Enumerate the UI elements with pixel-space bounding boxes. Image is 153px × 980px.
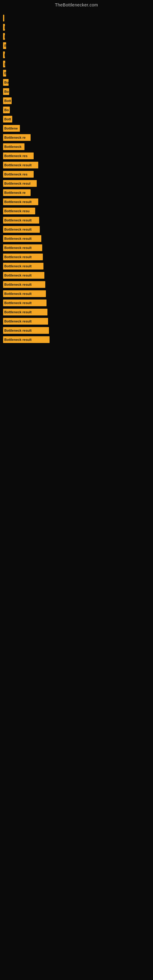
bottleneck-bar: Bottleneck res [3,153,33,159]
bottleneck-bar: Bott [3,97,12,104]
bar-row: Bottleneck result [3,327,150,334]
bottleneck-bar: Bottleneck result [3,263,43,269]
bar-label: Bottleneck result [4,246,32,250]
bottleneck-bar: Bottleneck res [3,171,33,178]
site-title-bar: TheBottlenecker.com [0,0,153,9]
bottleneck-bar: | [3,33,5,40]
bottleneck-bar: Bott [3,116,12,123]
bar-label: Bottleneck result [4,329,32,332]
bar-label: Bott [4,99,11,103]
bar-row: Bottleneck result [3,318,150,325]
bar-row: Bo [3,88,150,95]
bar-row: Bottleneck result [3,336,150,343]
bar-label: | [4,25,5,29]
bar-row: Bottleneck result [3,226,150,233]
bottleneck-bar: Bottleneck result [3,327,49,334]
bottleneck-bar: Bottleneck re [3,134,30,141]
bar-row: Bottleneck re [3,134,150,141]
bar-row: B [3,70,150,76]
bottleneck-bar: Bottleneck re [3,189,30,196]
bar-label: Bottleneck re [4,191,26,194]
bottleneck-bar: Bottleneck result [3,235,41,242]
bottleneck-bar: Bottleneck result [3,162,38,169]
bar-label: Bott [4,117,11,121]
bar-label: Bottleneck result [4,255,32,259]
bar-row: Bottleneck result [3,290,150,297]
bar-label: Bottleneck res [4,172,27,176]
bar-row: Bottleneck resu [3,208,150,215]
bottleneck-bar: Bottleneck resu [3,208,35,215]
bar-label: Bottlene [4,126,18,130]
bar-row: | [3,60,150,67]
bar-row: Bottleneck re [3,189,150,196]
bar-row: Bottleneck result [3,263,150,269]
bar-row: Bottleneck result [3,244,150,251]
bar-row: | [3,15,150,21]
bottleneck-bar: Bottleneck result [3,226,40,233]
bottleneck-bar: | [3,24,5,30]
bar-label: Bo [4,81,9,84]
bar-row: Bottleneck result [3,235,150,242]
bar-label: Bo [4,108,9,112]
bottleneck-bar: Bottleneck result [3,318,48,325]
bar-label: B [4,44,6,48]
bar-row: Bottleneck result [3,272,150,279]
bottleneck-bar: Bottleneck resul [3,180,37,187]
bar-row: Bottleneck res [3,153,150,159]
bottleneck-bar: Bottleneck [3,143,24,150]
bar-label: Bo [4,90,9,94]
bar-label: Bottleneck result [4,338,32,342]
bar-row: | [3,24,150,30]
bar-row: Bottleneck result [3,299,150,306]
bar-label: Bottleneck result [4,264,32,268]
bottleneck-bar: | [3,15,4,21]
bar-label: Bottleneck result [4,301,32,305]
bottleneck-bar: Bottleneck result [3,336,49,343]
bar-label: | [4,35,5,38]
bar-row: Bottleneck [3,143,150,150]
bottleneck-bar: Bottleneck result [3,199,38,205]
bars-container: |||B||BBoBoBottBoBottBottleneBottleneck … [0,9,153,348]
bar-row: Bottleneck result [3,281,150,288]
bar-row: Bottleneck result [3,254,150,260]
bottleneck-bar: B [3,42,6,49]
bar-label: | [4,53,5,57]
bottleneck-bar: | [3,60,5,67]
bar-label: | [4,62,5,66]
bar-label: Bottleneck result [4,163,32,167]
bar-row: | [3,51,150,58]
bar-row: Bott [3,116,150,123]
bottleneck-bar: Bo [3,88,9,95]
bottleneck-bar: Bottleneck result [3,290,46,297]
bar-row: Bottleneck res [3,171,150,178]
bar-row: Bottlene [3,125,150,132]
bar-row: Bo [3,79,150,86]
bottleneck-bar: Bottleneck result [3,254,43,260]
bar-label: Bottleneck result [4,218,32,222]
bar-label: Bottleneck result [4,228,32,231]
bottleneck-bar: Bottleneck result [3,217,39,224]
site-title: TheBottlenecker.com [0,0,153,9]
bar-row: Bottleneck resul [3,180,150,187]
bottleneck-bar: Bottleneck result [3,244,42,251]
bottleneck-bar: Bottleneck result [3,272,45,279]
bar-label: Bottleneck result [4,320,32,323]
bar-label: Bottleneck result [4,274,32,277]
bar-row: Bottleneck result [3,309,150,315]
bar-label: Bottleneck result [4,292,32,296]
bar-label: B [4,72,6,75]
bar-row: Bottleneck result [3,162,150,169]
bar-label: Bottleneck result [4,200,32,204]
bar-label: Bottleneck [4,145,21,148]
bar-label: Bottleneck result [4,237,32,240]
bottleneck-bar: | [3,51,5,58]
bar-label: Bottleneck result [4,283,32,286]
bar-label: Bottleneck re [4,136,26,139]
bottleneck-bar: Bottleneck result [3,309,48,315]
bottleneck-bar: Bo [3,107,10,113]
bar-row: | [3,33,150,40]
bar-row: Bo [3,107,150,113]
bar-row: Bottleneck result [3,217,150,224]
bar-label: Bottleneck resu [4,209,30,213]
bar-label: Bottleneck resul [4,181,30,185]
